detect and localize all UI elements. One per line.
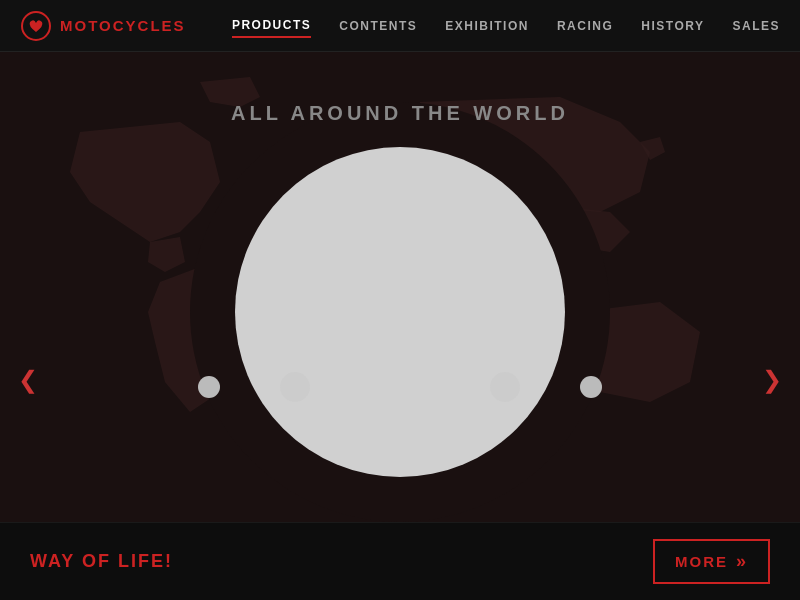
more-label: MORE <box>675 553 728 570</box>
prev-arrow[interactable]: ❮ <box>10 362 46 398</box>
nav: PRODUCTSCONTENTSEXHIBITIONRACINGHISTORYS… <box>232 14 780 38</box>
bottom-bar: WAY OF LIFE! MORE » <box>0 522 800 600</box>
logo-icon <box>20 10 52 42</box>
nav-item-sales[interactable]: SALES <box>732 15 780 37</box>
more-chevrons: » <box>736 551 748 572</box>
logo-area: MOTOCYCLES <box>20 10 186 42</box>
next-arrow[interactable]: ❯ <box>754 362 790 398</box>
main-title: ALL AROUND THE WORLD <box>0 102 800 125</box>
nav-item-products[interactable]: PRODUCTS <box>232 14 311 38</box>
nav-item-exhibition[interactable]: EXHIBITION <box>445 15 529 37</box>
nav-item-history[interactable]: HISTORY <box>641 15 704 37</box>
carousel-dot-5[interactable] <box>580 376 602 398</box>
bottom-tagline: WAY OF LIFE! <box>30 551 173 572</box>
carousel-row <box>0 372 800 402</box>
carousel-dot-2[interactable] <box>280 372 310 402</box>
carousel-dot-4[interactable] <box>490 372 520 402</box>
ring-container <box>190 102 610 522</box>
header: MOTOCYCLES PRODUCTSCONTENTSEXHIBITIONRAC… <box>0 0 800 52</box>
nav-item-racing[interactable]: RACING <box>557 15 613 37</box>
inner-circle <box>235 147 565 477</box>
nav-item-contents[interactable]: CONTENTS <box>339 15 417 37</box>
logo-text: MOTOCYCLES <box>60 17 186 34</box>
main-content: ALL AROUND THE WORLD ❮ ❯ WAY OF LIFE! MO… <box>0 52 800 600</box>
carousel-dot-1[interactable] <box>198 376 220 398</box>
more-button[interactable]: MORE » <box>653 539 770 584</box>
